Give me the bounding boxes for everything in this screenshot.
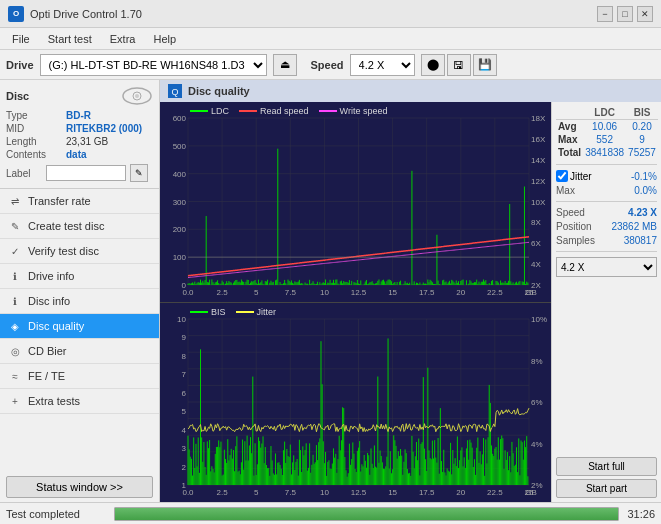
nav-disc-info-label: Disc info	[28, 295, 70, 307]
quality-speed-select[interactable]: 4.2 X	[556, 257, 657, 277]
samples-row: Samples 380817	[556, 235, 657, 246]
max-ldc: 552	[583, 133, 626, 146]
disc-quality-title: Disc quality	[188, 85, 250, 97]
eject-button[interactable]: ⏏	[273, 54, 297, 76]
drive-select[interactable]: (G:) HL-DT-ST BD-RE WH16NS48 1.D3	[40, 54, 267, 76]
disc-header-text: Disc	[6, 90, 29, 102]
jitter-max-val: 0.0%	[634, 185, 657, 196]
jitter-row: Jitter -0.1%	[556, 170, 657, 182]
menu-help[interactable]: Help	[145, 31, 184, 47]
bottom-chart: BIS Jitter	[160, 303, 551, 503]
status-time: 31:26	[627, 508, 655, 520]
max-bis: 9	[626, 133, 658, 146]
col-header-ldc: LDC	[583, 106, 626, 120]
nav-verify-test-disc[interactable]: ✓ Verify test disc	[0, 239, 159, 264]
app-logo: O	[8, 6, 24, 22]
total-bis: 75257	[626, 146, 658, 159]
length-value: 23,31 GB	[66, 136, 153, 147]
statusbar: Test completed 31:26	[0, 502, 661, 524]
label-key: Label	[6, 168, 42, 179]
speed-select[interactable]: 4.2 X	[350, 54, 415, 76]
create-test-disc-icon: ✎	[8, 219, 22, 233]
start-full-button[interactable]: Start full	[556, 457, 657, 476]
nav-drive-info-label: Drive info	[28, 270, 74, 282]
ldc-label: LDC	[211, 106, 229, 116]
speed-stat-label: Speed	[556, 207, 585, 218]
nav-verify-test-disc-label: Verify test disc	[28, 245, 99, 257]
charts-stats-container: LDC Read speed Write speed	[160, 102, 661, 502]
speed-icon-1[interactable]: ⬤	[421, 54, 445, 76]
legend-top: LDC Read speed Write speed	[190, 106, 387, 116]
sidebar: Disc Type BD-R MID RITEKBR2 (000) Lengt	[0, 80, 160, 502]
type-value: BD-R	[66, 110, 153, 121]
menu-file[interactable]: File	[4, 31, 38, 47]
read-speed-label: Read speed	[260, 106, 309, 116]
total-ldc: 3841838	[583, 146, 626, 159]
nav-create-test-disc-label: Create test disc	[28, 220, 104, 232]
avg-bis: 0.20	[626, 120, 658, 134]
main-area: Disc Type BD-R MID RITEKBR2 (000) Lengt	[0, 80, 661, 502]
drivebar: Drive (G:) HL-DT-ST BD-RE WH16NS48 1.D3 …	[0, 50, 661, 80]
nav-transfer-rate-label: Transfer rate	[28, 195, 91, 207]
nav-cd-bier[interactable]: ◎ CD Bier	[0, 339, 159, 364]
disc-icon	[121, 86, 153, 106]
jitter-checkbox[interactable]	[556, 170, 568, 182]
menu-extra[interactable]: Extra	[102, 31, 144, 47]
speed-icon-3[interactable]: 💾	[473, 54, 497, 76]
stats-table: LDC BIS Avg 10.06 0.20 Max 552	[556, 106, 658, 159]
legend-bottom: BIS Jitter	[190, 307, 276, 317]
jitter-label: Jitter	[570, 171, 592, 182]
ldc-color	[190, 110, 208, 112]
legend-jitter: Jitter	[236, 307, 277, 317]
jitter-label-legend: Jitter	[257, 307, 277, 317]
speed-row: Speed 4.23 X	[556, 207, 657, 218]
nav-disc-quality[interactable]: ◈ Disc quality	[0, 314, 159, 339]
samples-stat-value: 380817	[624, 235, 657, 246]
maximize-button[interactable]: □	[617, 6, 633, 22]
avg-label: Avg	[556, 120, 583, 134]
transfer-rate-icon: ⇌	[8, 194, 22, 208]
status-window-button[interactable]: Status window >>	[6, 476, 153, 498]
nav-disc-quality-label: Disc quality	[28, 320, 84, 332]
bis-label: BIS	[211, 307, 226, 317]
avg-ldc: 10.06	[583, 120, 626, 134]
fe-te-icon: ≈	[8, 369, 22, 383]
label-edit-button[interactable]: ✎	[130, 164, 148, 182]
read-speed-color	[239, 110, 257, 112]
nav-fe-te[interactable]: ≈ FE / TE	[0, 364, 159, 389]
disc-info-icon: ℹ	[8, 294, 22, 308]
nav-create-test-disc[interactable]: ✎ Create test disc	[0, 214, 159, 239]
svg-point-2	[135, 94, 139, 98]
verify-test-disc-icon: ✓	[8, 244, 22, 258]
nav-extra-tests-label: Extra tests	[28, 395, 80, 407]
svg-text:Q: Q	[171, 87, 178, 97]
start-part-button[interactable]: Start part	[556, 479, 657, 498]
close-button[interactable]: ✕	[637, 6, 653, 22]
contents-value: data	[66, 149, 153, 160]
minimize-button[interactable]: −	[597, 6, 613, 22]
disc-quality-header: Q Disc quality	[160, 80, 661, 102]
position-stat-label: Position	[556, 221, 592, 232]
stats-panel: LDC BIS Avg 10.06 0.20 Max 552	[551, 102, 661, 502]
label-input[interactable]	[46, 165, 126, 181]
mid-value: RITEKBR2 (000)	[66, 123, 153, 134]
nav-drive-info[interactable]: ℹ Drive info	[0, 264, 159, 289]
stats-max-row: Max 552 9	[556, 133, 658, 146]
stats-total-row: Total 3841838 75257	[556, 146, 658, 159]
bottom-chart-canvas	[160, 303, 551, 503]
menu-start-test[interactable]: Start test	[40, 31, 100, 47]
col-header-empty	[556, 106, 583, 120]
nav-transfer-rate[interactable]: ⇌ Transfer rate	[0, 189, 159, 214]
length-key: Length	[6, 136, 66, 147]
nav-extra-tests[interactable]: + Extra tests	[0, 389, 159, 414]
write-speed-color	[319, 110, 337, 112]
bis-color	[190, 311, 208, 313]
position-stat-value: 23862 MB	[611, 221, 657, 232]
nav-disc-info[interactable]: ℹ Disc info	[0, 289, 159, 314]
total-label: Total	[556, 146, 583, 159]
samples-stat-label: Samples	[556, 235, 595, 246]
contents-key: Contents	[6, 149, 66, 160]
nav-fe-te-label: FE / TE	[28, 370, 65, 382]
speed-stat-value: 4.23 X	[628, 207, 657, 218]
speed-icon-2[interactable]: 🖫	[447, 54, 471, 76]
